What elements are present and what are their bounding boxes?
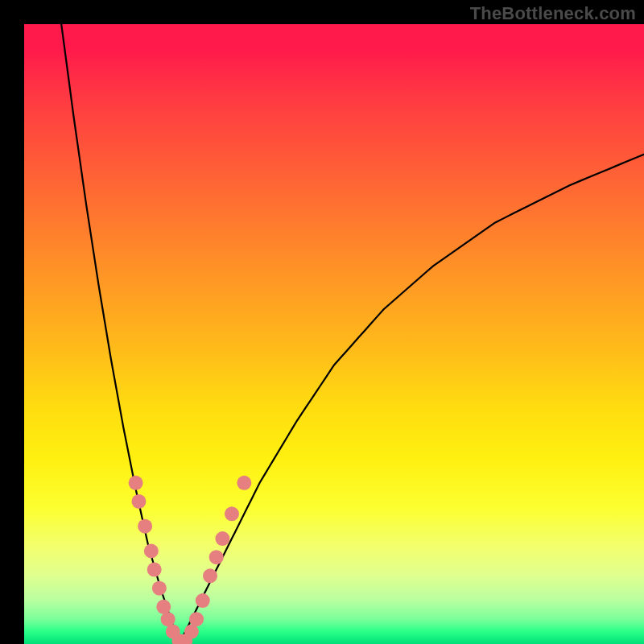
plot-area bbox=[24, 24, 644, 644]
marker-group bbox=[129, 476, 252, 644]
data-marker bbox=[203, 568, 217, 583]
data-marker bbox=[156, 600, 171, 614]
data-marker bbox=[215, 531, 229, 546]
curve-left bbox=[61, 24, 179, 644]
data-marker bbox=[161, 612, 175, 626]
data-marker bbox=[131, 494, 146, 509]
chart-svg bbox=[24, 24, 644, 644]
data-marker bbox=[196, 593, 210, 608]
data-marker bbox=[209, 550, 224, 564]
data-marker bbox=[138, 519, 152, 534]
curve-right bbox=[180, 155, 645, 644]
data-marker bbox=[237, 476, 251, 490]
data-marker bbox=[129, 476, 143, 490]
data-marker bbox=[152, 581, 167, 596]
watermark-text: TheBottleneck.com bbox=[470, 3, 636, 24]
data-marker bbox=[184, 625, 199, 639]
data-marker bbox=[144, 544, 159, 559]
data-marker bbox=[225, 506, 239, 521]
chart-frame: TheBottleneck.com bbox=[0, 0, 644, 644]
data-marker bbox=[189, 612, 204, 626]
data-marker bbox=[147, 563, 162, 577]
